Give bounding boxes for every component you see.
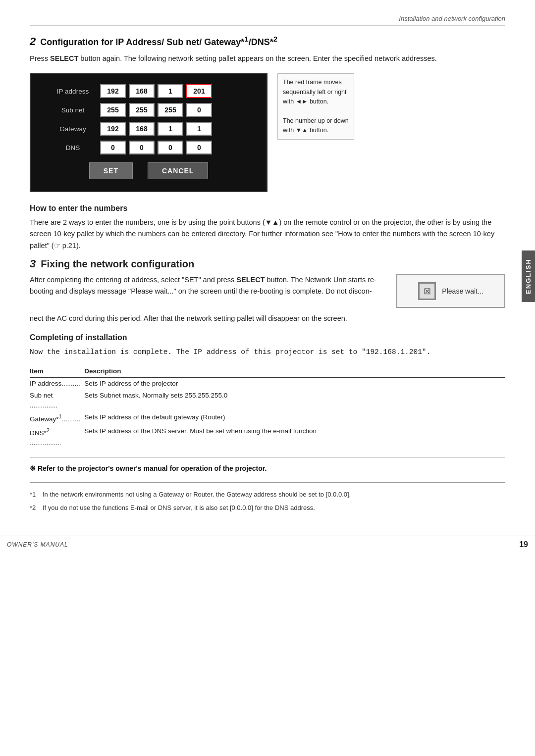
section3-title: 3 Fixing the network configuration: [30, 257, 505, 270]
section-divider: [30, 457, 505, 457]
diagram-note-line3: with ◄► button.: [283, 98, 328, 105]
cancel-button[interactable]: CANCEL: [148, 162, 208, 179]
table-cell-ip-item: IP address..........: [30, 377, 84, 390]
table-cell-subnet-item: Sub net ...............: [30, 390, 84, 412]
set-button[interactable]: SET: [89, 162, 133, 179]
table-row-gateway: Gateway*1.......... Sets IP address of t…: [30, 411, 505, 425]
pallet-label-gateway: Gateway: [46, 125, 100, 133]
pallet-field-subnet-1: 255: [100, 103, 126, 117]
header-text: Installation and network configuration: [399, 15, 505, 22]
pallet-row-dns: DNS 0 0 0 0: [46, 141, 252, 154]
section3-title-text: Fixing the network configuration: [41, 258, 194, 270]
diagram-note-line5: with ▼▲ button.: [283, 127, 328, 134]
refer-note: ※ Refer to the projector's owner's manua…: [30, 464, 505, 472]
owners-manual-label: OWNER'S MANUAL: [7, 541, 68, 548]
please-wait-box: ⊠ Please wait...: [396, 274, 505, 308]
footnote-2-text: If you do not use the functions E-mail o…: [43, 503, 315, 513]
diagram-note-line4: The number up or down: [283, 117, 349, 124]
pallet-field-dns-2: 0: [129, 141, 155, 154]
page-number: 19: [519, 540, 528, 549]
table-cell-dns-desc: Sets IP address of the DNS server. Must …: [84, 425, 505, 449]
footnote-1-text: In the network environments not using a …: [43, 490, 351, 500]
pallet-field-ip-1: 192: [100, 84, 126, 98]
pallet-fields-gateway: 192 168 1 1: [100, 122, 212, 136]
pallet-buttons: SET CANCEL: [46, 162, 252, 179]
table-row-ip: IP address.......... Sets IP address of …: [30, 377, 505, 390]
diagram-note-line1: The red frame moves: [283, 79, 342, 86]
fixing-body2: nect the AC cord during this period. Aft…: [30, 313, 505, 324]
pallet-row-gateway: Gateway 192 168 1 1: [46, 122, 252, 136]
section2-title-text: Configuration for IP Address/ Sub net/ G…: [40, 37, 277, 47]
section2-body: Press SELECT button again. The following…: [30, 53, 505, 64]
section3-num: 3: [30, 257, 36, 270]
pallet-field-gateway-2: 168: [129, 122, 155, 136]
table-cell-dns-item: DNS*2 .................: [30, 425, 84, 449]
pallet-fields-ip: 192 168 1 201: [100, 84, 212, 98]
page-header: Installation and network configuration: [30, 15, 505, 26]
fixing-text: After completing the entering of address…: [30, 274, 381, 297]
fixing-body1: After completing the entering of address…: [30, 274, 381, 297]
diagram-note-line2: sequentially left or right: [283, 89, 347, 96]
table-cell-gateway-desc: Sets IP address of the default gateway (…: [84, 411, 505, 425]
footnote-1: *1 In the network environments not using…: [30, 490, 505, 500]
footnote-2: *2 If you do not use the functions E-mai…: [30, 503, 505, 513]
pallet-field-dns-4: 0: [186, 141, 212, 154]
footnote-2-marker: *2: [30, 503, 40, 513]
pallet-field-subnet-4: 0: [186, 103, 212, 117]
pallet-field-ip-4: 201: [186, 84, 212, 98]
table-header-item: Item: [30, 365, 84, 377]
diagram-note: The red frame moves sequentially left or…: [277, 73, 354, 140]
pallet-field-dns-1: 0: [100, 141, 126, 154]
please-wait-text: Please wait...: [442, 287, 483, 295]
pallet-fields-subnet: 255 255 255 0: [100, 103, 212, 117]
pallet-field-gateway-1: 192: [100, 122, 126, 136]
table-header-desc: Description: [84, 365, 505, 377]
pallet-field-ip-3: 1: [158, 84, 183, 98]
pallet-field-dns-3: 0: [158, 141, 183, 154]
pallet-label-ip: IP address: [46, 88, 100, 95]
fixing-area: After completing the entering of address…: [30, 274, 505, 308]
table-cell-gateway-item: Gateway*1..........: [30, 411, 84, 425]
completing-body: Now the installation is complete. The IP…: [30, 346, 505, 358]
pallet-label-dns: DNS: [46, 144, 100, 151]
please-wait-icon-symbol: ⊠: [424, 286, 431, 297]
table-cell-ip-desc: Sets IP address of the projector: [84, 377, 505, 390]
table-cell-subnet-desc: Sets Subnet mask. Normally sets 255.255.…: [84, 390, 505, 412]
pallet-field-ip-2: 168: [129, 84, 155, 98]
pallet-field-gateway-4: 1: [186, 122, 212, 136]
info-table: Item Description IP address.......... Se…: [30, 365, 505, 450]
english-tab: ENGLISH: [522, 251, 535, 302]
footnote-1-marker: *1: [30, 490, 40, 500]
table-row-dns: DNS*2 ................. Sets IP address …: [30, 425, 505, 449]
bottom-bar: OWNER'S MANUAL 19: [0, 536, 535, 553]
pallet-label-subnet: Sub net: [46, 106, 100, 114]
pallet-field-subnet-2: 255: [129, 103, 155, 117]
section2-num: 2: [30, 35, 36, 48]
how-to-enter-body: There are 2 ways to enter the numbers, o…: [30, 217, 505, 252]
network-pallet: IP address 192 168 1 201 Sub net 255 255…: [30, 73, 268, 192]
pallet-row-ip: IP address 192 168 1 201: [46, 84, 252, 98]
how-to-enter-title: How to enter the numbers: [30, 204, 505, 213]
pallet-field-subnet-3: 255: [158, 103, 183, 117]
pallet-field-gateway-3: 1: [158, 122, 183, 136]
pallet-fields-dns: 0 0 0 0: [100, 141, 212, 154]
please-wait-icon: ⊠: [418, 282, 436, 300]
diagram-area: IP address 192 168 1 201 Sub net 255 255…: [30, 73, 505, 192]
section-divider-2: [30, 482, 505, 483]
section2-title: 2 Configuration for IP Address/ Sub net/…: [30, 35, 505, 48]
footnotes: *1 In the network environments not using…: [30, 490, 505, 513]
table-row-subnet: Sub net ............... Sets Subnet mask…: [30, 390, 505, 412]
completing-title: Completing of installation: [30, 333, 505, 342]
pallet-row-subnet: Sub net 255 255 255 0: [46, 103, 252, 117]
